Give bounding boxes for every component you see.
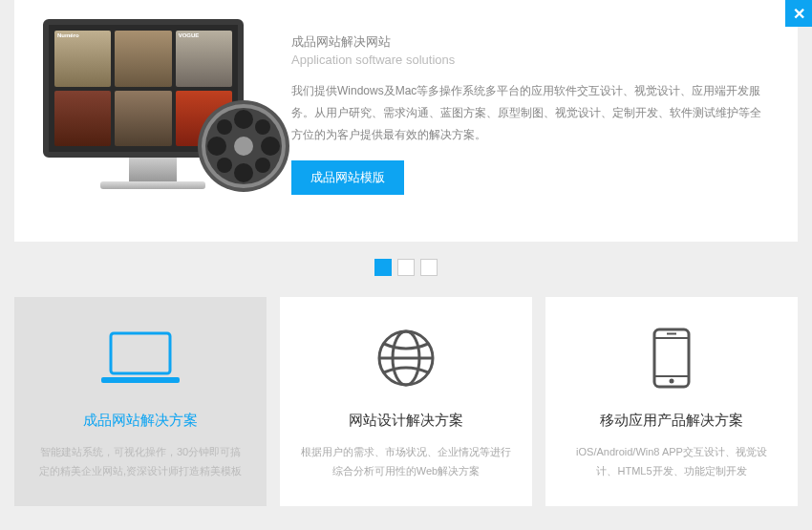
card-desc: 根据用户的需求、市场状况、企业情况等进行综合分析可用性的Web解决方案	[301, 443, 511, 481]
feature-cards: 成品网站解决方案 智能建站系统，可视化操作，30分钟即可搞定的精美企业网站,资深…	[0, 297, 812, 506]
svg-point-6	[207, 137, 226, 156]
carousel-pager	[0, 259, 812, 276]
svg-point-3	[234, 137, 253, 156]
card-web-design[interactable]: 网站设计解决方案 根据用户的需求、市场状况、企业情况等进行综合分析可用性的Web…	[280, 297, 532, 506]
pager-dot-1[interactable]	[374, 259, 392, 276]
hero-banner: ✕ Numéro VOGUE	[14, 0, 798, 242]
svg-point-4	[234, 110, 253, 129]
hero-illustration: Numéro VOGUE	[43, 19, 263, 189]
close-icon[interactable]: ✕	[785, 0, 812, 27]
svg-point-8	[217, 119, 232, 135]
card-desc: iOS/Android/Win8 APP交互设计、视觉设计、HTML5开发、功能…	[566, 443, 777, 481]
svg-point-9	[255, 119, 270, 135]
card-title: 成品网站解决方案	[35, 412, 246, 430]
globe-icon	[301, 324, 511, 392]
mag-label: VOGUE	[179, 32, 200, 38]
hero-cta-button[interactable]: 成品网站模版	[291, 160, 404, 195]
card-title: 移动应用产品解决方案	[566, 412, 777, 430]
hero-title-en: Application software solutions	[291, 53, 769, 67]
mobile-icon	[566, 324, 777, 392]
svg-rect-13	[101, 377, 180, 383]
film-reel-icon	[196, 98, 291, 194]
card-website-template[interactable]: 成品网站解决方案 智能建站系统，可视化操作，30分钟即可搞定的精美企业网站,资深…	[14, 297, 267, 506]
svg-point-7	[261, 137, 280, 156]
svg-point-5	[234, 163, 253, 182]
card-title: 网站设计解决方案	[301, 412, 511, 430]
svg-rect-12	[111, 333, 170, 373]
hero-description: 我们提供Windows及Mac等多操作系统多平台的应用软件交互设计、视觉设计、应…	[291, 80, 769, 145]
hero-title-cn: 成品网站解决网站	[291, 33, 769, 51]
pager-dot-2[interactable]	[397, 259, 415, 276]
pager-dot-3[interactable]	[420, 259, 438, 276]
card-desc: 智能建站系统，可视化操作，30分钟即可搞定的精美企业网站,资深设计师打造精美模板	[35, 443, 246, 481]
card-mobile-app[interactable]: 移动应用产品解决方案 iOS/Android/Win8 APP交互设计、视觉设计…	[545, 297, 798, 506]
svg-point-20	[670, 379, 674, 384]
svg-point-11	[255, 158, 270, 173]
mag-label: Numéro	[57, 32, 79, 38]
laptop-icon	[35, 324, 246, 392]
hero-text: 成品网站解决网站 Application software solutions …	[291, 19, 769, 195]
hero-content: Numéro VOGUE	[43, 19, 769, 195]
svg-point-10	[217, 158, 232, 173]
